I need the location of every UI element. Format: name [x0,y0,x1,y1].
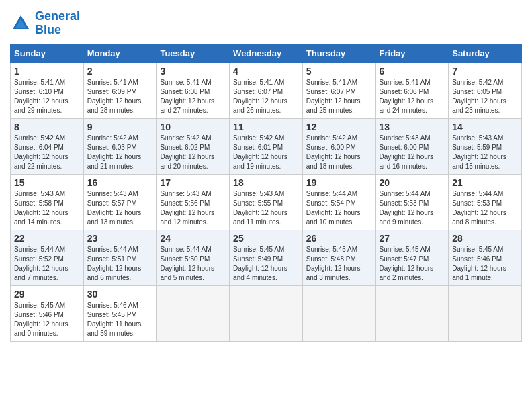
day-cell-23: 23Sunrise: 5:44 AM Sunset: 5:51 PM Dayli… [83,230,157,285]
calendar-week-4: 22Sunrise: 5:44 AM Sunset: 5:52 PM Dayli… [11,230,522,285]
day-info: Sunrise: 5:43 AM Sunset: 5:56 PM Dayligh… [160,189,226,227]
day-cell-2: 2Sunrise: 5:41 AM Sunset: 6:09 PM Daylig… [83,62,157,118]
column-header-saturday: Saturday [449,44,522,62]
day-cell-14: 14Sunrise: 5:43 AM Sunset: 5:59 PM Dayli… [449,118,522,174]
column-header-sunday: Sunday [11,44,84,62]
calendar-week-3: 15Sunrise: 5:43 AM Sunset: 5:58 PM Dayli… [11,174,522,230]
day-info: Sunrise: 5:41 AM Sunset: 6:07 PM Dayligh… [233,78,299,116]
day-number: 4 [233,66,299,77]
day-number: 15 [14,177,80,188]
day-info: Sunrise: 5:45 AM Sunset: 5:48 PM Dayligh… [306,245,372,283]
day-info: Sunrise: 5:45 AM Sunset: 5:46 PM Dayligh… [14,301,80,338]
day-cell-1: 1Sunrise: 5:41 AM Sunset: 6:10 PM Daylig… [11,62,84,118]
day-number: 24 [160,233,226,244]
logo: General Blue [10,10,80,37]
calendar-week-2: 8Sunrise: 5:42 AM Sunset: 6:04 PM Daylig… [11,118,522,174]
day-info: Sunrise: 5:44 AM Sunset: 5:50 PM Dayligh… [160,245,226,283]
day-number: 6 [380,66,445,77]
day-number: 19 [306,177,372,188]
day-number: 8 [14,122,80,132]
day-number: 14 [452,122,518,132]
day-number: 27 [380,233,445,244]
page-header: General Blue [10,10,522,37]
day-info: Sunrise: 5:41 AM Sunset: 6:06 PM Dayligh… [380,78,445,116]
day-cell-10: 10Sunrise: 5:42 AM Sunset: 6:02 PM Dayli… [157,118,230,174]
empty-cell [157,285,230,341]
day-cell-25: 25Sunrise: 5:45 AM Sunset: 5:49 PM Dayli… [230,230,303,285]
day-cell-4: 4Sunrise: 5:41 AM Sunset: 6:07 PM Daylig… [230,62,303,118]
day-info: Sunrise: 5:43 AM Sunset: 5:58 PM Dayligh… [14,189,80,227]
empty-cell [302,285,375,341]
logo-text: General Blue [35,10,80,37]
day-cell-30: 30Sunrise: 5:46 AM Sunset: 5:45 PM Dayli… [83,285,157,341]
day-cell-13: 13Sunrise: 5:43 AM Sunset: 6:00 PM Dayli… [375,118,449,174]
day-cell-27: 27Sunrise: 5:45 AM Sunset: 5:47 PM Dayli… [375,230,449,285]
day-cell-15: 15Sunrise: 5:43 AM Sunset: 5:58 PM Dayli… [11,174,84,230]
day-info: Sunrise: 5:45 AM Sunset: 5:47 PM Dayligh… [380,245,445,283]
day-number: 23 [87,233,153,244]
day-info: Sunrise: 5:43 AM Sunset: 5:55 PM Dayligh… [233,189,299,227]
day-info: Sunrise: 5:42 AM Sunset: 6:05 PM Dayligh… [452,78,518,116]
day-info: Sunrise: 5:41 AM Sunset: 6:08 PM Dayligh… [160,78,226,116]
day-number: 26 [306,233,372,244]
day-info: Sunrise: 5:44 AM Sunset: 5:52 PM Dayligh… [14,245,80,283]
day-cell-26: 26Sunrise: 5:45 AM Sunset: 5:48 PM Dayli… [302,230,375,285]
day-cell-28: 28Sunrise: 5:45 AM Sunset: 5:46 PM Dayli… [449,230,522,285]
day-info: Sunrise: 5:43 AM Sunset: 6:00 PM Dayligh… [380,134,445,171]
day-info: Sunrise: 5:46 AM Sunset: 5:45 PM Dayligh… [87,301,153,338]
column-header-monday: Monday [83,44,157,62]
day-number: 30 [87,289,153,300]
day-cell-7: 7Sunrise: 5:42 AM Sunset: 6:05 PM Daylig… [449,62,522,118]
day-number: 17 [160,177,226,188]
day-info: Sunrise: 5:41 AM Sunset: 6:07 PM Dayligh… [306,78,372,116]
empty-cell [375,285,449,341]
day-cell-24: 24Sunrise: 5:44 AM Sunset: 5:50 PM Dayli… [157,230,230,285]
column-header-thursday: Thursday [302,44,375,62]
day-number: 13 [380,122,445,132]
day-cell-29: 29Sunrise: 5:45 AM Sunset: 5:46 PM Dayli… [11,285,84,341]
column-header-friday: Friday [375,44,449,62]
day-info: Sunrise: 5:44 AM Sunset: 5:54 PM Dayligh… [306,189,372,227]
day-info: Sunrise: 5:42 AM Sunset: 6:00 PM Dayligh… [306,134,372,171]
column-header-wednesday: Wednesday [230,44,303,62]
day-number: 2 [87,66,153,77]
day-info: Sunrise: 5:41 AM Sunset: 6:09 PM Dayligh… [87,78,153,116]
calendar-week-5: 29Sunrise: 5:45 AM Sunset: 5:46 PM Dayli… [11,285,522,341]
day-number: 10 [160,122,226,132]
day-info: Sunrise: 5:41 AM Sunset: 6:10 PM Dayligh… [14,78,80,116]
logo-icon [10,13,32,34]
calendar-header: SundayMondayTuesdayWednesdayThursdayFrid… [11,44,522,62]
day-cell-3: 3Sunrise: 5:41 AM Sunset: 6:08 PM Daylig… [157,62,230,118]
day-number: 1 [14,66,80,77]
day-info: Sunrise: 5:42 AM Sunset: 6:04 PM Dayligh… [14,134,80,171]
day-number: 22 [14,233,80,244]
empty-cell [230,285,303,341]
day-info: Sunrise: 5:42 AM Sunset: 6:02 PM Dayligh… [160,134,226,171]
calendar-table: SundayMondayTuesdayWednesdayThursdayFrid… [10,44,522,342]
day-cell-8: 8Sunrise: 5:42 AM Sunset: 6:04 PM Daylig… [11,118,84,174]
day-info: Sunrise: 5:42 AM Sunset: 6:03 PM Dayligh… [87,134,153,171]
day-number: 9 [87,122,153,132]
day-cell-12: 12Sunrise: 5:42 AM Sunset: 6:00 PM Dayli… [302,118,375,174]
day-cell-21: 21Sunrise: 5:44 AM Sunset: 5:53 PM Dayli… [449,174,522,230]
day-number: 20 [380,177,445,188]
day-info: Sunrise: 5:45 AM Sunset: 5:49 PM Dayligh… [233,245,299,283]
day-number: 21 [452,177,518,188]
day-number: 3 [160,66,226,77]
day-cell-6: 6Sunrise: 5:41 AM Sunset: 6:06 PM Daylig… [375,62,449,118]
day-cell-20: 20Sunrise: 5:44 AM Sunset: 5:53 PM Dayli… [375,174,449,230]
day-info: Sunrise: 5:43 AM Sunset: 5:59 PM Dayligh… [452,134,518,171]
day-cell-5: 5Sunrise: 5:41 AM Sunset: 6:07 PM Daylig… [302,62,375,118]
day-number: 11 [233,122,299,132]
day-cell-9: 9Sunrise: 5:42 AM Sunset: 6:03 PM Daylig… [83,118,157,174]
day-number: 12 [306,122,372,132]
day-number: 16 [87,177,153,188]
calendar-week-1: 1Sunrise: 5:41 AM Sunset: 6:10 PM Daylig… [11,62,522,118]
day-number: 5 [306,66,372,77]
day-number: 28 [452,233,518,244]
day-info: Sunrise: 5:43 AM Sunset: 5:57 PM Dayligh… [87,189,153,227]
day-info: Sunrise: 5:42 AM Sunset: 6:01 PM Dayligh… [233,134,299,171]
day-info: Sunrise: 5:44 AM Sunset: 5:53 PM Dayligh… [380,189,445,227]
day-number: 29 [14,289,80,300]
day-info: Sunrise: 5:45 AM Sunset: 5:46 PM Dayligh… [452,245,518,283]
